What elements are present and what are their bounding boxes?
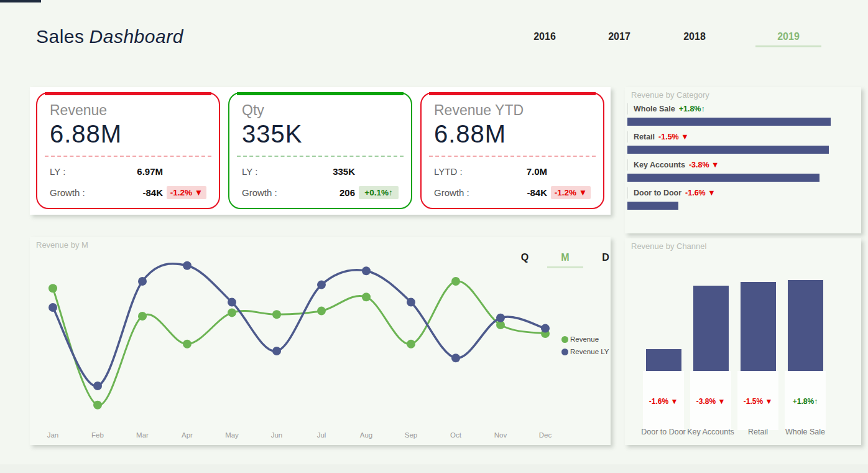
point-revenue-ly-aug[interactable]: [362, 266, 371, 275]
revenue-by-channel-panel: Revenue by Channel -1.6% ▼Door to Door-3…: [625, 238, 861, 445]
category-row-key-accounts: Key Accounts -3.8% ▼: [627, 159, 859, 182]
point-revenue-ly-jan[interactable]: [48, 303, 57, 312]
kpi-growth-badge: [167, 170, 206, 174]
kpi-card-revenue-ytd[interactable]: Revenue YTD 6.88M LYTD : 7.0M Growth : -…: [420, 92, 604, 209]
kpi-accent-bar: [237, 92, 404, 95]
year-tab-2019[interactable]: 2019: [755, 31, 821, 47]
kpi-row: Growth : -84K -1.2% ▼: [50, 186, 206, 199]
kpi-row: Growth : 206 +0.1%↑: [242, 186, 399, 199]
kpi-divider: [45, 156, 211, 157]
point-revenue-may[interactable]: [228, 308, 236, 317]
point-revenue-aug[interactable]: [362, 293, 371, 301]
point-revenue-ly-sep[interactable]: [407, 298, 415, 307]
kpi-title: Qty: [242, 102, 399, 119]
year-tab-2017[interactable]: 2017: [588, 31, 650, 47]
channel-growth-badge-door-to-door: -1.6% ▼: [640, 397, 687, 406]
kpi-row-value: -84K: [142, 187, 163, 198]
category-growth: -1.6% ▼: [685, 189, 716, 197]
legend-label: Revenue LY: [570, 348, 609, 355]
x-axis-label-feb: Feb: [91, 431, 104, 439]
category-bar-key-accounts[interactable]: [627, 174, 820, 182]
point-revenue-ly-nov[interactable]: [496, 314, 505, 322]
line-revenue: [53, 281, 545, 405]
category-row-retail: Retail -1.5% ▼: [627, 131, 859, 154]
kpi-value: 6.88M: [434, 120, 591, 148]
kpi-card-revenue[interactable]: Revenue 6.88M LY : 6.97M Growth : -84K -…: [36, 92, 220, 209]
point-revenue-jun[interactable]: [272, 310, 281, 319]
category-label: Retail: [634, 133, 655, 141]
kpi-row: LYTD : 7.0M: [434, 166, 591, 177]
category-row-door-to-door: Door to Door -1.6% ▼: [627, 187, 859, 210]
x-axis-label-jun: Jun: [271, 431, 283, 439]
kpi-value: 335K: [242, 120, 399, 148]
category-bars: Whole Sale +1.8%↑ Retail -1.5% ▼ Key Acc…: [627, 103, 859, 215]
channel-bar-retail[interactable]: [741, 282, 776, 371]
category-panel-title: Revenue by Category: [631, 90, 709, 100]
kpi-title: Revenue YTD: [434, 102, 591, 119]
x-axis-label-apr: Apr: [182, 431, 193, 439]
category-growth: -3.8% ▼: [689, 161, 719, 169]
kpi-row: LY : 335K: [242, 166, 399, 177]
year-tab-2018[interactable]: 2018: [663, 31, 726, 47]
x-axis-label-oct: Oct: [450, 431, 462, 439]
kpi-growth-badge: -1.2% ▼: [167, 186, 206, 199]
category-row-whole-sale: Whole Sale +1.8%↑: [627, 103, 859, 126]
point-revenue-sep[interactable]: [407, 340, 415, 349]
point-revenue-ly-feb[interactable]: [93, 382, 102, 390]
point-revenue-jan[interactable]: [48, 284, 57, 293]
kpi-card-qty[interactable]: Qty 335K LY : 335K Growth : 206 +0.1%↑: [228, 92, 412, 209]
kpi-row-label: Growth :: [50, 187, 142, 198]
category-label-line: Key Accounts -3.8% ▼: [627, 159, 859, 171]
point-revenue-ly-mar[interactable]: [138, 277, 147, 286]
legend-item-revenue-ly[interactable]: Revenue LY: [561, 348, 609, 355]
kpi-row-value: -84K: [527, 187, 547, 198]
kpi-divider: [237, 156, 404, 157]
kpi-growth-badge: [359, 170, 399, 174]
point-revenue-feb[interactable]: [93, 401, 102, 410]
category-label: Key Accounts: [634, 161, 685, 169]
point-revenue-ly-apr[interactable]: [183, 261, 192, 270]
kpi-accent-bar: [45, 92, 211, 95]
legend-item-revenue[interactable]: Revenue: [561, 335, 609, 343]
legend-label: Revenue: [570, 335, 599, 343]
category-growth: -1.5% ▼: [658, 133, 689, 141]
point-revenue-jul[interactable]: [317, 307, 326, 316]
point-revenue-ly-oct[interactable]: [451, 354, 460, 362]
channel-growth-badge-retail: -1.5% ▼: [734, 397, 782, 406]
year-tab-2016[interactable]: 2016: [514, 31, 576, 47]
page-title-regular: Sales: [36, 26, 85, 47]
point-revenue-apr[interactable]: [183, 340, 192, 349]
kpi-value: 6.88M: [50, 120, 206, 148]
category-bar-door-to-door[interactable]: [627, 202, 678, 210]
revenue-by-month-panel: Revenue by M Q M D JanFebMarAprMayJunJul…: [30, 237, 611, 445]
category-bar-retail[interactable]: [627, 146, 829, 154]
page-title: SalesDashboard: [36, 26, 183, 47]
x-axis-label-mar: Mar: [136, 431, 149, 439]
point-revenue-ly-dec[interactable]: [541, 324, 550, 333]
point-revenue-ly-jun[interactable]: [272, 347, 281, 355]
kpi-row-value: 335K: [333, 166, 355, 177]
line-chart-legend: Revenue Revenue LY: [561, 335, 609, 360]
channel-bar-whole-sale[interactable]: [788, 280, 823, 371]
channel-bar-door-to-door[interactable]: [646, 349, 681, 371]
x-axis-label-dec: Dec: [539, 431, 552, 439]
category-bar-whole-sale[interactable]: [627, 118, 831, 126]
channel-growth-badge-key-accounts: -3.8% ▼: [687, 397, 734, 406]
category-growth: +1.8%↑: [679, 105, 705, 113]
x-axis-label-aug: Aug: [360, 431, 372, 439]
kpi-row: LY : 6.97M: [50, 166, 206, 177]
kpi-divider: [429, 156, 596, 157]
channel-bar-key-accounts[interactable]: [693, 286, 729, 371]
point-revenue-ly-may[interactable]: [228, 298, 236, 307]
category-label: Door to Door: [634, 189, 681, 197]
point-revenue-oct[interactable]: [451, 277, 460, 286]
kpi-row-label: LY :: [50, 166, 137, 177]
channel-panel-title: Revenue by Channel: [631, 241, 706, 251]
point-revenue-mar[interactable]: [138, 312, 147, 321]
kpi-band: Revenue 6.88M LY : 6.97M Growth : -84K -…: [30, 87, 611, 215]
x-axis-label-may: May: [225, 431, 239, 439]
line-revenue-ly: [53, 264, 545, 386]
category-label-line: Whole Sale +1.8%↑: [627, 103, 859, 115]
kpi-row-value: 6.97M: [137, 166, 163, 177]
point-revenue-ly-jul[interactable]: [317, 281, 326, 289]
